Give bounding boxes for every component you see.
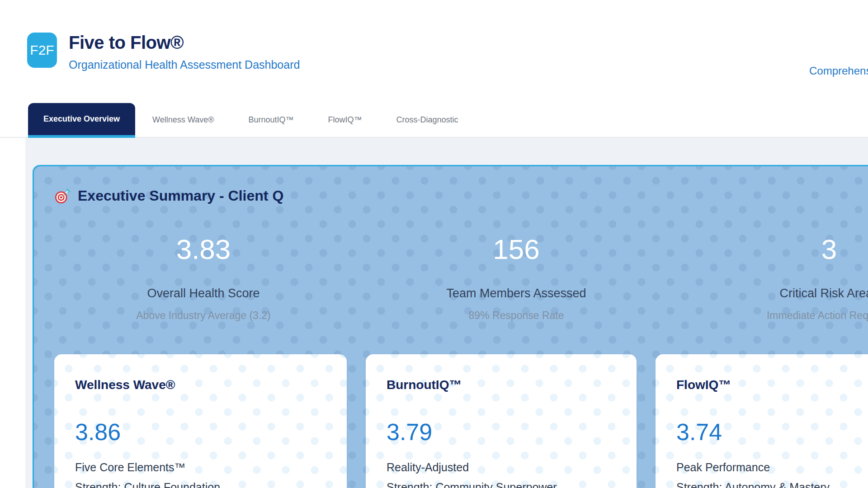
executive-summary-panel: Executive Summary - Client Q 3.83 Overal…	[33, 165, 868, 488]
stat-value: 3.83	[54, 231, 353, 267]
tab-flowiq[interactable]: FlowIQ™	[311, 103, 379, 137]
stat-label: Team Members Assessed	[367, 286, 665, 300]
score-cards: Wellness Wave® 3.86 Five Core Elements™ …	[54, 354, 868, 488]
card-flowiq: FlowIQ™ 3.74 Peak Performance Strength: …	[656, 354, 868, 488]
card-line-strength: Strength: Autonomy & Mastery	[676, 477, 868, 488]
card-line-strength: Strength: Community Superpower	[387, 477, 616, 488]
stat-overall-health: 3.83 Overall Health Score Above Industry…	[54, 231, 353, 322]
card-score: 3.79	[387, 418, 616, 446]
card-score: 3.86	[75, 418, 326, 446]
stat-value: 3	[680, 231, 868, 267]
summary-stats: 3.83 Overall Health Score Above Industry…	[54, 231, 868, 322]
stat-team-members: 156 Team Members Assessed 89% Response R…	[367, 231, 665, 322]
card-title: BurnoutIQ™	[387, 378, 616, 392]
stat-value: 156	[367, 231, 665, 267]
stat-subtext: Immediate Action Required	[680, 310, 868, 322]
target-icon	[54, 187, 71, 204]
app-title: Five to Flow®	[69, 33, 300, 53]
card-details: Peak Performance Strength: Autonomy & Ma…	[676, 457, 868, 488]
card-line-strength: Strength: Culture Foundation	[75, 477, 326, 488]
tab-executive-overview[interactable]: Executive Overview	[28, 103, 135, 138]
card-details: Reality-Adjusted Strength: Community Sup…	[387, 457, 616, 488]
dashboard-page: F2F Five to Flow® Organizational Health …	[0, 0, 868, 488]
card-title: Wellness Wave®	[75, 378, 326, 392]
tab-wellness-wave[interactable]: Wellness Wave®	[135, 103, 231, 137]
card-title: FlowIQ™	[676, 378, 868, 392]
content-area: Executive Summary - Client Q 3.83 Overal…	[25, 138, 868, 488]
tab-bar: Executive Overview Wellness Wave® Burnou…	[0, 103, 868, 138]
top-right-link[interactable]: Comprehensive	[809, 65, 868, 77]
tab-cross-diagnostic[interactable]: Cross-Diagnostic	[379, 103, 475, 137]
stat-critical-risk: 3 Critical Risk Areas Immediate Action R…	[680, 231, 868, 322]
card-line-framework: Peak Performance	[676, 457, 868, 477]
stat-label: Overall Health Score	[54, 286, 353, 300]
card-line-framework: Reality-Adjusted	[387, 457, 616, 477]
stat-label: Critical Risk Areas	[680, 286, 868, 300]
logo-text: F2F	[30, 42, 54, 58]
app-subtitle: Organizational Health Assessment Dashboa…	[69, 58, 300, 71]
card-line-framework: Five Core Elements™	[75, 457, 326, 477]
card-score: 3.74	[676, 418, 868, 446]
header-titles: Five to Flow® Organizational Health Asse…	[69, 33, 300, 71]
header: F2F Five to Flow® Organizational Health …	[0, 0, 868, 71]
panel-heading: Executive Summary - Client Q	[54, 185, 868, 206]
stat-subtext: 89% Response Rate	[367, 310, 665, 322]
tab-burnoutiq[interactable]: BurnoutIQ™	[231, 103, 311, 137]
card-burnoutiq: BurnoutIQ™ 3.79 Reality-Adjusted Strengt…	[366, 354, 637, 488]
card-wellness-wave: Wellness Wave® 3.86 Five Core Elements™ …	[54, 354, 347, 488]
stat-subtext: Above Industry Average (3.2)	[54, 310, 353, 322]
card-details: Five Core Elements™ Strength: Culture Fo…	[75, 457, 326, 488]
f2f-logo: F2F	[27, 33, 57, 68]
summary-title: Executive Summary - Client Q	[78, 188, 283, 204]
